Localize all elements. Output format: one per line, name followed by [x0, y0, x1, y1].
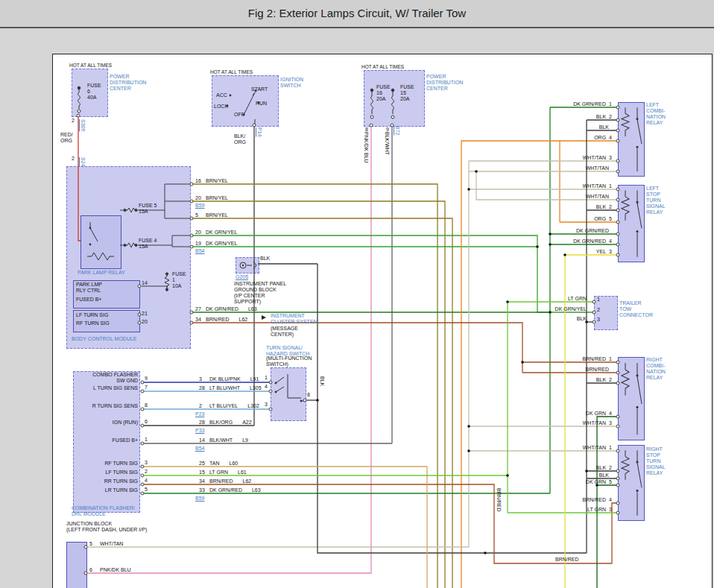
hot-label-mid: HOT AT ALL TIMES [210, 69, 253, 75]
relay-pin-row: WHT/TAN [543, 165, 612, 171]
wire-row: 3DK BLU/PNKL91 [199, 376, 259, 382]
trailer-pin-row: DK GRN/YEL [505, 306, 587, 312]
grid-ref-b54: B54 [195, 248, 204, 254]
flasher-pin-label: LF TURN SIG [75, 470, 138, 475]
relay-pin-row: WHT/TAN3 [543, 420, 612, 426]
relay-pin-row: LT GRN3 [543, 507, 612, 513]
fuse-1-label: FUSE 1 10A [172, 271, 186, 289]
bcm-pin-label: LF TURN SIG [76, 312, 108, 318]
relay-pin-row: BLK2 [543, 377, 612, 383]
ground-ref-g205: G205 [236, 274, 248, 280]
grid-ref-p23: P23 [195, 411, 204, 417]
wire-row: 27DK GRN/REDL63 [195, 306, 257, 312]
fuse-16-label: FUSE 16 20A [376, 84, 391, 102]
trailer-pin-number: 1 [597, 297, 600, 303]
wire-row: 14BLK/WHTL9 [199, 437, 248, 443]
wire-label-blk-vertical: BLK [319, 376, 325, 386]
relay-pin-row: WHT/TAN1 [543, 445, 612, 451]
combination-flasher-label: COMBINATION FLASHER/ DRL MODULE [72, 505, 135, 517]
pin-label: 2 [72, 156, 75, 162]
wiring-layer [53, 54, 712, 588]
relay-pin-row: ORG4 [543, 135, 612, 141]
right-combination-relay-label: RIGHT COMBI- NATION RELAY [646, 357, 666, 381]
ign-lock: LOCK [214, 104, 228, 110]
grid-ref-b59: B59 [195, 203, 204, 209]
wire-label-blk: BLK [260, 256, 270, 262]
grid-ref-p33: P33 [195, 428, 204, 434]
relay-pin-row: BLK2 [543, 204, 612, 210]
flasher-pin-label: IGN (RUN) [75, 420, 138, 426]
ign-acc: ACC [216, 92, 227, 98]
relay-pin-row: DK GRN/RED1 [543, 101, 612, 107]
trailer-pin-number: 3 [597, 317, 600, 323]
bcm-pin-label: PARK LMP RLY CTRL [76, 282, 102, 294]
figure-viewer: Fig 2: Exterior Lamps Circuit, W/ Traile… [0, 0, 714, 588]
wire-label-red-org: RED/ ORG [60, 132, 73, 144]
wire-label-blk-wht: BLK/WHT [384, 132, 390, 155]
relay-pin-row: WHT/TAN [543, 194, 612, 200]
wire-row: 20BRN/YEL [195, 195, 228, 201]
flasher-pin-number: 9 [145, 376, 148, 382]
wire-red-org [78, 116, 80, 241]
wire-row: 5BRN/YEL [195, 212, 228, 218]
flasher-pin-label: FUSED B+ [75, 437, 138, 443]
flasher-pin-label: LR TURN SIG [75, 487, 138, 493]
pdc-right-label: POWER DISTRIBUTION CENTER [426, 74, 463, 92]
fuse-5-symbol [123, 206, 138, 214]
off-page-arrow-icon [262, 315, 266, 320]
relay-pin-row: DK GRN/RED [543, 228, 612, 234]
wire-row: 2LT BLU/YELL302 [199, 403, 259, 409]
bcm-pin-label: RF TURN SIG [76, 320, 110, 326]
flasher-pin-label: R TURN SIG SENS [75, 403, 138, 409]
wire-wht-tan [83, 161, 618, 547]
wire-row: 20DK GRN/YEL [195, 230, 237, 235]
relay-pin-row: YEL3 [543, 249, 612, 255]
ignition-switch-label: IGNITION SWITCH [280, 77, 303, 89]
right-stop-turn-signal-relay-label: RIGHT STOP TURN SIGNAL RELAY [646, 446, 666, 476]
park-lamp-relay-label: PARK LAMP RELAY [78, 270, 125, 276]
fuse-4-symbol [123, 241, 138, 249]
bcm-pin-number: 20 [142, 319, 148, 325]
relay-pin-row: DK GRN5 [543, 479, 612, 485]
pin-label: 2 [72, 118, 75, 124]
grid-ref-b54: B54 [195, 446, 204, 452]
flasher-pin-number: 8 [145, 402, 148, 408]
wiring-diagram-canvas: HOT AT ALL TIMES FUSE 6 40A POWER DISTRI… [52, 54, 713, 588]
flasher-pin-number: 2 [145, 469, 148, 475]
splice-ref: S309 [80, 119, 86, 131]
pin-terminals [77, 106, 619, 575]
pdc-left-label: POWER DISTRIBUTION CENTER [110, 74, 146, 92]
wire-label-brn-red: BRN/RED [555, 557, 579, 563]
flasher-pin-label: RF TURN SIG [75, 461, 138, 467]
wire-row: 34BRN/REDL62 [199, 478, 251, 484]
relay-pin-row: DK GRN/RED4 [543, 238, 612, 244]
trailer-pin-row: BLK [505, 316, 587, 322]
relay-pin-row: BRN/RED1 [543, 356, 612, 362]
fuse-5-label: FUSE 5 15A [139, 203, 157, 215]
switch-pin-number: 8 [307, 392, 310, 398]
switch-pin-number: 3 [265, 402, 268, 408]
wire-label-blk-org: BLK/ ORG [234, 133, 246, 145]
left-combination-relay-label: LEFT COMBI- NATION RELAY [646, 102, 666, 126]
relay-pin-row: BRN/RED4 [543, 497, 612, 503]
splice-ref: S24 [80, 157, 86, 166]
fuse-4-label: FUSE 4 15A [139, 238, 157, 250]
wire-row: 28BLK/ORGA22 [199, 420, 252, 426]
trailer-tow-connector-label: TRAILER TOW CONNECTOR [619, 300, 653, 318]
flasher-pin-number: 6 [145, 419, 148, 425]
trailer-pin-number: 2 [597, 307, 600, 313]
flasher-pin-label: RR TURN SIG [75, 478, 138, 484]
trailer-pin-row: LT GRN [505, 296, 587, 302]
fuse-1-symbol [163, 272, 171, 291]
flasher-pin-number: 5 [145, 487, 148, 493]
body-control-module-label: BODY CONTROL MODULE [72, 336, 137, 342]
figure-title-bar: Fig 2: Exterior Lamps Circuit, W/ Traile… [0, 0, 714, 28]
wire-row: 33DK GRN/REDL63 [199, 487, 261, 493]
junction-block-label: JUNCTION BLOCK (LEFT FRONT DASH, UNDER I… [66, 521, 147, 533]
flasher-pin-number: 7 [145, 385, 148, 391]
wire-row: 34BRN/REDL62 [195, 317, 247, 323]
ign-start: START [251, 86, 268, 92]
flasher-pin-number: 4 [145, 478, 148, 484]
wire-label-pnk-dk-blu: PNK/DK BLU [363, 132, 369, 163]
switch-pin-number: 4 [265, 384, 268, 390]
